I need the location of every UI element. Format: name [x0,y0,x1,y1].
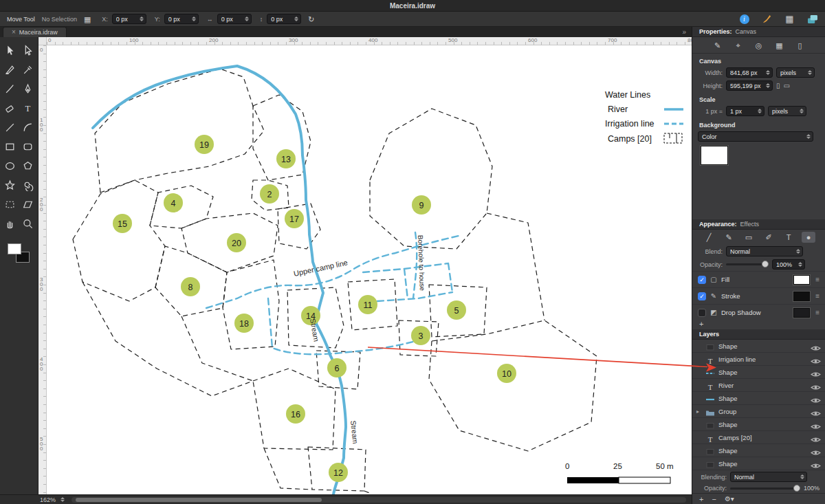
page-icon[interactable]: ▯ [793,40,807,51]
layer-row-5[interactable]: ▸Group [692,405,825,418]
tool-marquee[interactable] [1,195,19,213]
add-effect-button[interactable]: + [692,320,825,329]
effect-row-drop-shadow[interactable]: ◩Drop Shadow≡ [692,304,825,320]
tool-rounded-rectangle[interactable] [19,138,37,155]
opacity-slider[interactable] [726,263,769,265]
layer-row-3[interactable]: TRiver [692,379,825,392]
slider-thumb[interactable] [793,485,800,492]
map-label[interactable]: Borehole to house [417,235,426,292]
tool-knife[interactable] [1,61,19,78]
stepper-arrows[interactable] [798,262,802,267]
tool-spiral[interactable] [19,176,37,194]
tool-direct-select[interactable] [19,41,37,59]
tool-move[interactable] [1,41,19,59]
eye-icon[interactable] [811,342,821,350]
width-unit-popup[interactable]: pixels [776,67,815,78]
layer-opacity-slider[interactable] [730,487,800,490]
eye-icon[interactable] [811,434,821,441]
drawing-canvas[interactable]: 19132417915208115141836101612 Upper camp… [47,45,692,494]
camp-marker-2[interactable]: 2 [260,184,279,204]
checkbox[interactable]: ✓ [698,276,706,284]
coord-field-3[interactable]: 0 px [267,14,301,24]
zoom-control[interactable]: 162% [40,496,65,503]
pencil-icon[interactable]: ✎ [722,232,736,243]
effect-color-swatch[interactable] [793,275,810,285]
grid-icon[interactable]: ▦ [784,14,795,24]
layers-icon[interactable] [806,14,818,24]
stepper-arrows[interactable] [140,17,144,21]
camp-marker-13[interactable]: 13 [276,149,296,168]
layer-row-0[interactable]: Shape [692,340,825,353]
shape-icon[interactable]: ◎ [752,40,766,51]
camp-marker-12[interactable]: 12 [329,463,348,482]
stepper-arrows[interactable] [766,70,770,75]
layer-row-8[interactable]: Shape [692,444,825,457]
info-icon[interactable]: i [738,14,750,24]
tool-line[interactable] [1,118,19,136]
camp-marker-8[interactable]: 8 [181,277,200,296]
camp-marker-6[interactable]: 6 [327,358,346,377]
background-type-popup[interactable]: Color [698,131,813,142]
zoom-stepper-arrows[interactable] [60,497,65,502]
tool-brush[interactable] [1,80,19,98]
fill-stroke-swatches[interactable] [6,243,32,267]
eye-icon[interactable] [811,460,821,468]
text-icon[interactable]: T [782,232,795,243]
panel-overflow-icon[interactable]: » [682,27,686,37]
scale-field[interactable]: 1 px [726,106,764,116]
opacity-field[interactable]: 100% [772,259,805,270]
map-label[interactable]: Stream [309,318,321,342]
tool-hand[interactable] [1,215,19,232]
stepper-arrows[interactable] [192,17,196,21]
coord-field-2[interactable]: 0 px [217,14,252,24]
stepper-arrows[interactable] [294,17,298,21]
tool-parallelogram[interactable] [19,195,37,213]
eye-icon[interactable] [811,355,821,363]
tool-pen[interactable] [19,80,37,98]
camp-marker-4[interactable]: 4 [164,193,183,212]
options-icon[interactable]: ≡ [815,276,820,283]
layer-row-6[interactable]: Shape [692,418,825,431]
eye-icon[interactable] [811,408,821,415]
height-field[interactable]: 595,199 px [726,80,773,91]
eye-icon[interactable] [811,382,821,389]
camp-marker-9[interactable]: 9 [412,195,431,215]
tool-ellipse[interactable] [1,157,19,175]
disclosure-icon[interactable]: ▸ [696,408,702,415]
camp-markers[interactable]: 19132417915208115141836101612 [113,135,516,482]
layer-row-7[interactable]: TCamps [20] [692,431,825,444]
camp-marker-3[interactable]: 3 [411,326,430,345]
camp-marker-19[interactable]: 19 [195,135,214,154]
tool-rectangle[interactable] [1,138,19,155]
portrait-icon[interactable]: ▯ [776,82,780,89]
checkbox[interactable] [698,309,706,317]
scale-unit-popup[interactable]: pixels [768,106,806,116]
eye-icon[interactable] [811,395,821,402]
effect-row-fill[interactable]: ✓▢Fill≡ [692,271,825,287]
document-tab[interactable]: × Maceira.idraw [3,27,67,37]
map-legend[interactable]: Water Lines River Irrigation line Camps … [605,90,683,144]
tool-polygon[interactable] [19,157,37,175]
active-tool-label[interactable]: Move Tool [7,16,35,23]
table-icon[interactable]: ▦ [773,40,786,51]
line-icon[interactable]: ╱ [702,232,716,243]
brush-icon[interactable]: ✐ [762,232,776,243]
align-grid-icon[interactable]: ▦ [84,14,91,24]
tool-star[interactable] [1,176,19,194]
eye-icon[interactable] [811,369,821,376]
coord-field-1[interactable]: 0 px [164,14,199,24]
tool-eraser[interactable] [1,99,19,117]
layer-row-4[interactable]: Shape [692,392,825,405]
layer-row-1[interactable]: TIrrigation line [692,353,825,366]
landscape-icon[interactable]: ▭ [784,82,790,89]
horizontal-scrollbar[interactable] [72,497,686,503]
slider-thumb[interactable] [762,261,769,267]
blending-popup[interactable]: Normal [730,472,807,482]
stepper-arrows[interactable] [245,17,249,21]
tool-eyedropper[interactable] [19,61,37,78]
camp-marker-17[interactable]: 17 [285,209,304,228]
eye-icon[interactable] [811,447,821,454]
camp-marker-11[interactable]: 11 [358,295,377,314]
options-icon[interactable]: ≡ [815,292,820,300]
rect-icon[interactable]: ▭ [742,232,756,243]
